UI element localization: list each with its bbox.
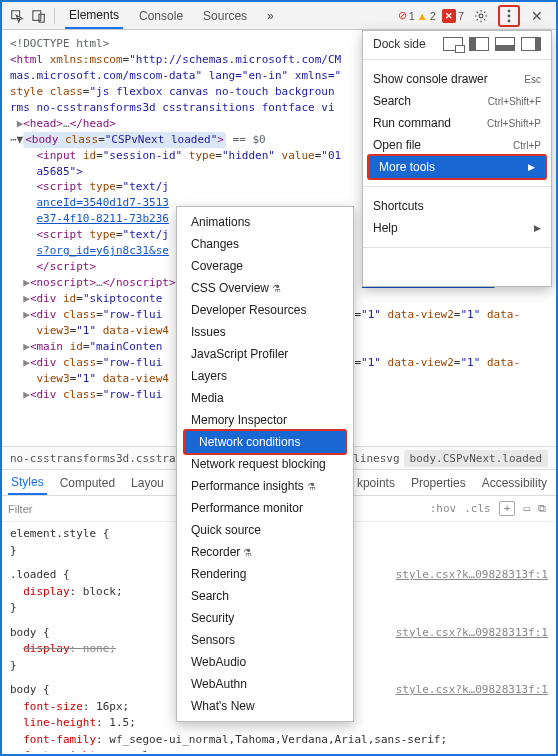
issue-count: 7: [458, 10, 464, 22]
tab-overflow-icon[interactable]: »: [263, 2, 278, 29]
toggle-rendering-icon[interactable]: ⧉: [538, 502, 546, 515]
svg-rect-1: [39, 14, 44, 22]
subtab-layout[interactable]: Layou: [128, 470, 167, 495]
error-count: 1: [409, 10, 415, 22]
menu-shortcuts[interactable]: Shortcuts: [363, 195, 551, 217]
dock-right-icon[interactable]: [521, 37, 541, 51]
filter-input[interactable]: Filter: [8, 503, 32, 515]
tab-sources[interactable]: Sources: [199, 2, 251, 29]
submenu-item-developer-resources[interactable]: Developer Resources: [177, 299, 353, 321]
crumb-left: no-csstransforms3d.csstrans: [10, 452, 189, 465]
dock-undock-icon[interactable]: [443, 37, 463, 51]
dock-left-icon[interactable]: [469, 37, 489, 51]
cls-toggle[interactable]: .cls: [464, 502, 491, 515]
dock-side-row: Dock side: [363, 31, 551, 57]
submenu-item-memory-inspector[interactable]: Memory Inspector: [177, 409, 353, 431]
main-menu: Dock side Show console drawerEsc SearchC…: [362, 30, 552, 287]
gear-icon[interactable]: [470, 5, 492, 27]
svg-point-2: [479, 14, 483, 18]
submenu-item-changes[interactable]: Changes: [177, 233, 353, 255]
submenu-item-webauthn[interactable]: WebAuthn: [177, 673, 353, 695]
menu-help[interactable]: Help▶: [363, 217, 551, 239]
menu-search[interactable]: SearchCtrl+Shift+F: [363, 90, 551, 112]
submenu-item-media[interactable]: Media: [177, 387, 353, 409]
submenu-item-javascript-profiler[interactable]: JavaScript Profiler: [177, 343, 353, 365]
tab-elements[interactable]: Elements: [65, 2, 123, 29]
warning-count: 2: [430, 10, 436, 22]
crumb-selected[interactable]: body.CSPvNext.loaded: [404, 450, 548, 467]
computed-styles-sidebar-icon[interactable]: ▭: [523, 502, 530, 515]
tab-console[interactable]: Console: [135, 2, 187, 29]
subtab-accessibility[interactable]: Accessibility: [479, 470, 550, 495]
source-link[interactable]: style.csx?k…09828313f:1: [396, 567, 548, 584]
svg-point-5: [508, 19, 511, 22]
new-style-rule-icon[interactable]: +: [499, 501, 516, 516]
inspect-icon[interactable]: [6, 5, 28, 27]
submenu-item-rendering[interactable]: Rendering: [177, 563, 353, 585]
more-tools-submenu: AnimationsChangesCoverageCSS Overview⚗De…: [176, 206, 354, 722]
submenu-item-sensors[interactable]: Sensors: [177, 629, 353, 651]
device-toggle-icon[interactable]: [28, 5, 50, 27]
submenu-item-performance-insights[interactable]: Performance insights⚗: [177, 475, 353, 497]
submenu-item-quick-source[interactable]: Quick source: [177, 519, 353, 541]
submenu-item-issues[interactable]: Issues: [177, 321, 353, 343]
svg-point-4: [508, 14, 511, 17]
svg-point-3: [508, 9, 511, 12]
subtab-styles[interactable]: Styles: [8, 470, 47, 495]
dock-label: Dock side: [373, 37, 426, 51]
subtab-properties[interactable]: Properties: [408, 470, 469, 495]
submenu-item-security[interactable]: Security: [177, 607, 353, 629]
menu-open-file[interactable]: Open fileCtrl+P: [363, 134, 551, 156]
submenu-item-animations[interactable]: Animations: [177, 211, 353, 233]
experimental-icon: ⚗: [243, 547, 252, 558]
submenu-item-webaudio[interactable]: WebAudio: [177, 651, 353, 673]
submenu-item-layers[interactable]: Layers: [177, 365, 353, 387]
submenu-item-recorder[interactable]: Recorder⚗: [177, 541, 353, 563]
menu-run-command[interactable]: Run commandCtrl+Shift+P: [363, 112, 551, 134]
crumb-mid[interactable]: nlinesvg: [347, 452, 400, 465]
submenu-item-coverage[interactable]: Coverage: [177, 255, 353, 277]
submenu-item-css-overview[interactable]: CSS Overview⚗: [177, 277, 353, 299]
source-link[interactable]: style.csx?k…09828313f:1: [396, 625, 548, 642]
subtab-breakpoints[interactable]: kpoints: [354, 470, 398, 495]
panel-tabs: Elements Console Sources »: [59, 2, 278, 29]
menu-show-console-drawer[interactable]: Show console drawerEsc: [363, 68, 551, 90]
close-icon[interactable]: ✕: [526, 5, 548, 27]
issues-badge[interactable]: ✕7: [442, 9, 464, 23]
experimental-icon: ⚗: [272, 283, 281, 294]
submenu-item-network-request-blocking[interactable]: Network request blocking: [177, 453, 353, 475]
submenu-item-performance-monitor[interactable]: Performance monitor: [177, 497, 353, 519]
experimental-icon: ⚗: [307, 481, 316, 492]
submenu-item-search[interactable]: Search: [177, 585, 353, 607]
subtab-computed[interactable]: Computed: [57, 470, 118, 495]
dock-bottom-icon[interactable]: [495, 37, 515, 51]
hov-toggle[interactable]: :hov: [430, 502, 457, 515]
devtools-toolbar: Elements Console Sources » ⊘1 ▲2 ✕7 ✕: [2, 2, 556, 30]
source-link[interactable]: style.csx?k…09828313f:1: [396, 682, 548, 699]
kebab-menu-icon[interactable]: [498, 5, 520, 27]
submenu-item-network-conditions[interactable]: Network conditions: [185, 431, 345, 453]
menu-more-tools[interactable]: More tools▶: [369, 156, 545, 178]
error-warning-badge[interactable]: ⊘1 ▲2: [398, 9, 436, 22]
submenu-item-what's-new[interactable]: What's New: [177, 695, 353, 717]
